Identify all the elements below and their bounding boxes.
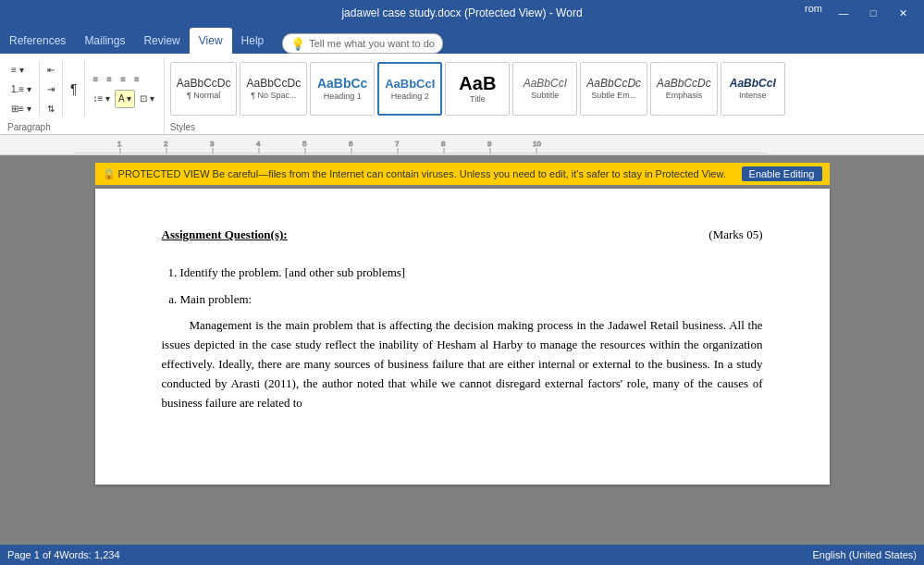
ruler-bar: 1 2 3 4 5 6 7 8 9 10: [0, 135, 924, 155]
assignment-heading: Assignment Question(s):: [162, 226, 288, 245]
style-normal-preview: AaBbCcDc: [177, 78, 231, 89]
style-title-preview: AaB: [459, 74, 496, 92]
ribbon-group-paragraph: ≡ ▾ 1.≡ ▾ ⊞≡ ▾ ⇤ ⇥ ⇅ ¶: [2, 57, 165, 134]
separator-2: [62, 61, 63, 117]
tab-references[interactable]: References: [0, 28, 75, 54]
style-heading1[interactable]: AaBbCc Heading 1: [310, 62, 375, 116]
word-count: Words: 1,234: [59, 549, 119, 560]
tab-view[interactable]: View: [190, 28, 232, 54]
styles-controls: AaBbCcDc ¶ Normal AaBbCcDc ¶ No Spac... …: [170, 57, 785, 120]
tell-me-bar[interactable]: 💡 Tell me what you want to do: [282, 33, 443, 54]
style-heading2-label: Heading 2: [391, 92, 429, 101]
style-title-label: Title: [470, 94, 486, 104]
align-justify-button[interactable]: ≡: [130, 70, 143, 89]
tab-mailings[interactable]: Mailings: [75, 28, 134, 54]
document-area: 🔒 PROTECTED VIEW Be careful—files from t…: [0, 155, 924, 545]
question-list: Identify the problem. [and other sub pro…: [162, 264, 763, 283]
title-bar-text: jadawel case study.docx (Protected View)…: [341, 6, 582, 19]
align-right-button[interactable]: ≡: [117, 70, 129, 89]
align-center-button[interactable]: ≡: [103, 70, 116, 89]
question-1: Identify the problem. [and other sub pro…: [180, 264, 763, 283]
tab-help[interactable]: Help: [232, 28, 274, 54]
sub-list: Main problem:: [162, 290, 763, 310]
style-subtitle-label: Subtitle: [531, 91, 559, 100]
number-list-button[interactable]: 1.≡ ▾: [7, 80, 35, 98]
style-heading1-label: Heading 1: [324, 92, 362, 101]
svg-text:4: 4: [256, 140, 261, 148]
svg-text:9: 9: [487, 140, 492, 148]
language: English (United States): [813, 549, 918, 560]
ribbon-tabs: References Mailings Review View Help 💡 T…: [0, 26, 924, 54]
minimize-button[interactable]: —: [830, 3, 857, 23]
document-header: Assignment Question(s): (Marks 05): [162, 226, 763, 245]
close-button[interactable]: ✕: [889, 3, 917, 23]
decrease-indent-button[interactable]: ⇤: [43, 60, 58, 79]
style-intense[interactable]: AaBbCcI Intense: [721, 62, 785, 116]
alignment-controls: ≡ ≡ ≡ ≡ ↕≡ ▾ A ▾ ⊡ ▾: [89, 70, 157, 108]
paragraph-group-label: Paragraph: [7, 120, 158, 134]
enable-editing-button[interactable]: Enable Editing: [742, 166, 822, 181]
borders-button[interactable]: ⊡ ▾: [136, 90, 158, 108]
svg-rect-0: [74, 137, 768, 154]
list-controls: ≡ ▾ 1.≡ ▾ ⊞≡ ▾: [7, 60, 35, 117]
line-spacing-button[interactable]: ↕≡ ▾: [89, 90, 114, 108]
shading-button[interactable]: A ▾: [115, 90, 135, 108]
style-intense-preview: AaBbCcI: [730, 78, 776, 89]
svg-text:5: 5: [302, 140, 307, 148]
ribbon: ≡ ▾ 1.≡ ▾ ⊞≡ ▾ ⇤ ⇥ ⇅ ¶: [0, 54, 924, 135]
svg-text:1: 1: [117, 140, 122, 148]
page-info: Page 1 of 4: [7, 549, 59, 560]
paragraph-1: Management is the main problem that is a…: [162, 316, 763, 412]
tab-review[interactable]: Review: [134, 28, 189, 54]
align-left-button[interactable]: ≡: [89, 70, 102, 89]
bullet-list-button[interactable]: ≡ ▾: [7, 60, 35, 79]
style-title[interactable]: AaB Title: [445, 62, 510, 116]
sort-button[interactable]: ⇅: [43, 99, 58, 117]
svg-text:8: 8: [441, 140, 446, 148]
show-formatting-button[interactable]: ¶: [67, 57, 81, 120]
svg-text:2: 2: [164, 140, 168, 148]
style-intense-label: Intense: [739, 91, 767, 100]
style-emphasis-label: Emphasis: [666, 91, 703, 100]
separator-1: [39, 61, 40, 117]
svg-text:3: 3: [210, 140, 215, 148]
style-subtle-em-preview: AaBbCcDc: [586, 78, 641, 89]
protected-view-text: 🔒 PROTECTED VIEW Be careful—files from t…: [103, 168, 726, 180]
tell-me-text: Tell me what you want to do: [309, 38, 435, 49]
svg-text:6: 6: [349, 140, 353, 148]
style-heading2-preview: AaBbCcI: [385, 78, 435, 90]
multilevel-list-button[interactable]: ⊞≡ ▾: [7, 99, 35, 117]
style-emphasis[interactable]: AaBbCcDc Emphasis: [650, 62, 718, 116]
style-normal[interactable]: AaBbCcDc ¶ Normal: [170, 62, 238, 116]
style-subtle-em[interactable]: AaBbCcDc Subtle Em...: [580, 62, 647, 116]
style-emphasis-preview: AaBbCcDc: [657, 78, 711, 89]
title-bar: jadawel case study.docx (Protected View)…: [0, 0, 924, 26]
status-bar: Page 1 of 4 Words: 1,234 English (United…: [0, 545, 924, 565]
document-body: Identify the problem. [and other sub pro…: [162, 264, 763, 413]
style-heading1-preview: AaBbCc: [317, 77, 367, 90]
indent-controls: ⇤ ⇥ ⇅: [43, 60, 58, 117]
style-nospace[interactable]: AaBbCcDc ¶ No Spac...: [240, 62, 307, 116]
ribbon-group-styles: AaBbCcDc ¶ Normal AaBbCcDc ¶ No Spac... …: [165, 57, 922, 134]
maximize-button[interactable]: □: [859, 3, 887, 23]
user-name: rom: [805, 3, 822, 23]
sub-item-a: Main problem:: [180, 290, 763, 310]
increase-indent-button[interactable]: ⇥: [43, 80, 58, 98]
ruler-svg: 1 2 3 4 5 6 7 8 9 10: [74, 137, 768, 154]
styles-group-label: Styles: [170, 120, 917, 134]
separator-3: [84, 61, 85, 117]
style-normal-label: ¶ Normal: [187, 91, 220, 100]
style-nospace-preview: AaBbCcDc: [246, 78, 301, 89]
document-page: Assignment Question(s): (Marks 05) Ident…: [95, 189, 830, 485]
svg-text:7: 7: [395, 140, 400, 148]
paragraph-controls: ≡ ▾ 1.≡ ▾ ⊞≡ ▾ ⇤ ⇥ ⇅ ¶: [7, 57, 158, 120]
style-subtitle-preview: AaBbCcI: [524, 78, 567, 89]
window-controls: rom — □ ✕: [805, 3, 917, 23]
style-subtitle[interactable]: AaBbCcI Subtitle: [512, 62, 577, 116]
svg-text:10: 10: [533, 140, 541, 148]
style-subtle-em-label: Subtle Em...: [591, 91, 636, 100]
style-heading2[interactable]: AaBbCcI Heading 2: [377, 62, 442, 116]
marks-heading: (Marks 05): [708, 226, 762, 245]
protected-view-bar: 🔒 PROTECTED VIEW Be careful—files from t…: [95, 163, 830, 185]
style-nospace-label: ¶ No Spac...: [251, 91, 296, 100]
